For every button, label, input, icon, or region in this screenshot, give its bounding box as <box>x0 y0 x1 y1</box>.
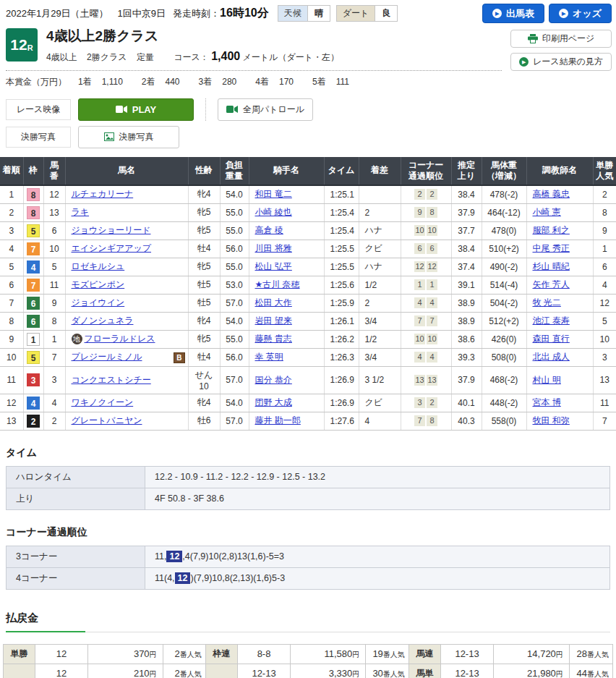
sex-age: 牡5 <box>188 294 220 312</box>
trainer-name-link[interactable]: 服部 利之 <box>533 225 570 235</box>
jockey-name-link[interactable]: 松田 大作 <box>255 297 292 308</box>
horse-name-link[interactable]: ジョウショーリード <box>72 225 151 235</box>
horse-name-link[interactable]: エイシンギアアップ <box>72 243 152 253</box>
frame-number-badge: 8 <box>27 188 40 201</box>
corner-order-cell: 32 <box>401 394 451 412</box>
results-guide-button[interactable]: ▶ レース結果の見方 <box>510 53 612 71</box>
trainer-cell: 牧 光二 <box>526 294 593 312</box>
jockey-name-link[interactable]: 団野 大成 <box>255 397 292 407</box>
trainer-cell: 北出 成人 <box>526 348 593 366</box>
trainer-name-link[interactable]: 矢作 芳人 <box>533 279 570 289</box>
sex-age: 牡5 <box>188 276 220 294</box>
horse-name-cell: ラキ <box>65 203 188 221</box>
trainer-name-link[interactable]: 牧 光二 <box>533 297 561 308</box>
trainer-name-link[interactable]: 北出 成人 <box>533 352 570 362</box>
sex-age: 牡4 <box>188 240 220 258</box>
corner-position: 3 <box>414 397 425 408</box>
payout-bet-type-label: ワイド <box>205 664 237 678</box>
column-header: 単勝人気 <box>593 157 616 185</box>
track-condition-badge: ダート 良 <box>336 5 398 22</box>
horse-name-link[interactable]: モズピンポン <box>72 279 125 289</box>
horse-name-link[interactable]: プレジールミノル <box>72 352 142 362</box>
race-number: 12 <box>10 36 27 54</box>
horse-name-link[interactable]: ルチェカリーナ <box>72 189 134 199</box>
horse-name-cell: ルチェカリーナ <box>65 185 188 204</box>
trainer-name-link[interactable]: 高橋 義忠 <box>533 189 570 199</box>
payout-favorite-value: 28 <box>577 648 587 659</box>
table-row: 2813ラキ牝555.0小崎 綾也1:25.429837.9464(-12)小崎… <box>0 203 616 221</box>
trainer-name-link[interactable]: 森田 直行 <box>533 334 570 344</box>
frame-cell: 6 <box>23 294 43 312</box>
payout-combination: 12-13 <box>238 664 291 678</box>
corner-order-cell: 1313 <box>401 366 451 394</box>
jockey-name-link[interactable]: 川田 将雅 <box>255 243 292 253</box>
trainer-name-link[interactable]: 中尾 秀正 <box>533 243 570 253</box>
jockey-name-link[interactable]: 国分 恭介 <box>255 375 292 385</box>
payout-amount-value: 210 <box>134 668 150 678</box>
finish-photo-button[interactable]: 決勝写真 <box>78 126 179 148</box>
win-favorite-rank: 10 <box>593 330 616 348</box>
entries-button[interactable]: ▶ 出馬表 <box>482 4 544 23</box>
horse-name-link[interactable]: ラキ <box>72 207 90 217</box>
jockey-name-link[interactable]: 小崎 綾也 <box>255 207 292 217</box>
play-video-button[interactable]: PLAY <box>78 98 194 121</box>
arrow-circle-icon: ▶ <box>559 9 568 18</box>
horse-name-link[interactable]: ワキノクイーン <box>72 397 134 407</box>
corner-position: 12 <box>414 261 425 272</box>
jockey-name-link[interactable]: 松山 弘平 <box>255 261 292 271</box>
jockey-name-link[interactable]: 和田 竜二 <box>255 189 292 199</box>
sex-age: 牝4 <box>188 185 220 204</box>
column-header: 騎手名 <box>249 157 324 185</box>
jockey-cell: 高倉 稜 <box>249 221 324 240</box>
finish-position: 6 <box>0 276 23 294</box>
trainer-name-link[interactable]: 村山 明 <box>533 375 561 385</box>
trainer-name-link[interactable]: 牧田 和弥 <box>533 415 570 425</box>
horse-name-link[interactable]: ダノンシュネラ <box>72 315 134 326</box>
patrol-video-button[interactable]: 全周パトロール <box>218 98 313 121</box>
corner-order-text: 11(4, <box>155 573 175 583</box>
trainer-name-link[interactable]: 池江 泰寿 <box>533 315 570 326</box>
carried-weight: 56.0 <box>220 348 249 366</box>
payout-favorite-rank: 28番人気 <box>569 644 612 664</box>
jockey-name-link[interactable]: 藤懸 貴志 <box>255 334 292 344</box>
table-row: 6711モズピンポン牡553.0★古川 奈穂1:25.61/21139.1514… <box>0 276 616 294</box>
trainer-name-link[interactable]: 宮本 博 <box>533 397 561 407</box>
corner-order-cell: 77 <box>401 312 451 330</box>
jockey-name-link[interactable]: 幸 英明 <box>255 352 283 362</box>
win-favorite-rank: 12 <box>593 294 616 312</box>
corner-position: 6 <box>427 243 437 254</box>
carried-weight: 57.0 <box>220 412 249 430</box>
time-table: ハロンタイム12.2 - 10.9 - 11.2 - 12.2 - 12.9 -… <box>6 466 610 510</box>
frame-cell: 3 <box>23 366 43 394</box>
carried-weight: 54.0 <box>220 185 249 204</box>
horse-name-link[interactable]: ジョイウイン <box>72 297 125 308</box>
trainer-cell: 小崎 憲 <box>526 203 593 221</box>
finish-position: 8 <box>0 312 23 330</box>
horse-name-cell: グレートバニヤン <box>65 412 188 430</box>
trainer-name-link[interactable]: 杉山 晴紀 <box>533 261 570 271</box>
corner-order-cell: 98 <box>401 203 451 221</box>
odds-button[interactable]: ▶ オッズ <box>549 4 612 23</box>
sex-age: 牝4 <box>188 394 220 412</box>
jockey-name-link[interactable]: ★古川 奈穂 <box>255 279 300 289</box>
horse-name-link[interactable]: コンクエストシチー <box>72 375 151 385</box>
jockey-name-link[interactable]: 高倉 稜 <box>255 225 283 235</box>
sex-age: 牝5 <box>188 258 220 276</box>
favorite-suffix: 番人気 <box>587 670 609 678</box>
table-row: 1057プレジールミノルB牡456.0幸 英明1:26.33/44439.350… <box>0 348 616 366</box>
horse-name-link[interactable]: グレートバニヤン <box>72 415 142 425</box>
horse-name-link[interactable]: ロゼキルシュ <box>72 261 125 271</box>
last-3f: 37.7 <box>451 221 482 240</box>
jockey-name-link[interactable]: 岩田 望来 <box>255 315 292 326</box>
patrol-button-label: 全周パトロール <box>243 103 304 116</box>
horse-number: 9 <box>43 294 65 312</box>
jockey-cell: 幸 英明 <box>249 348 324 366</box>
weather-value: 晴 <box>307 6 330 21</box>
play-button-label: PLAY <box>132 104 156 115</box>
horse-name-link[interactable]: フローラルドレス <box>85 334 155 344</box>
jockey-name-link[interactable]: 藤井 勘一郎 <box>255 415 301 425</box>
print-page-button[interactable]: 印刷用ページ <box>510 30 612 48</box>
payout-bet-type-label: 複勝 <box>4 664 35 678</box>
payout-amount-value: 11,580 <box>325 648 353 659</box>
trainer-name-link[interactable]: 小崎 憲 <box>533 207 561 217</box>
